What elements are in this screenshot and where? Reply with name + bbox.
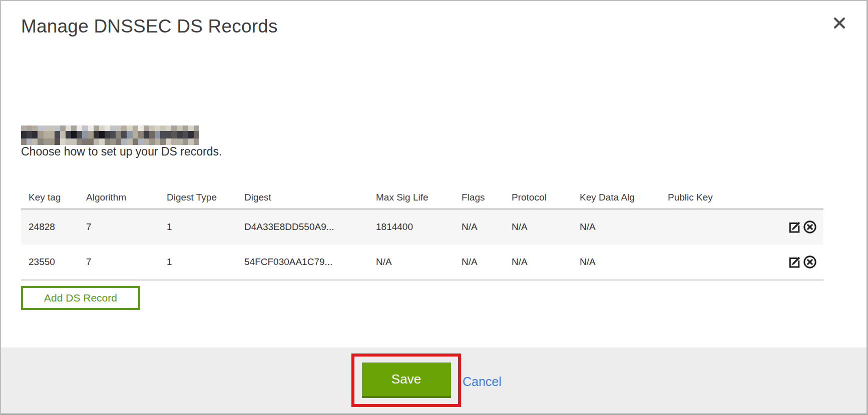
save-button[interactable]: Save — [362, 362, 451, 398]
delete-ds-record-button[interactable] — [802, 220, 817, 234]
domain-name-redacted — [21, 126, 199, 145]
table-row: 23550 7 1 54FCF030AA1C79... N/A N/A N/A … — [21, 244, 823, 280]
edit-icon — [787, 255, 801, 269]
cell-algorithm: 7 — [86, 256, 167, 268]
close-button[interactable] — [831, 15, 848, 32]
edit-ds-record-button[interactable] — [787, 220, 802, 234]
col-header-public-key: Public Key — [668, 192, 743, 203]
cell-protocol: N/A — [512, 256, 580, 268]
cell-protocol: N/A — [512, 222, 580, 232]
cell-digest-type: 1 — [167, 256, 244, 268]
cell-actions — [743, 254, 823, 270]
edit-ds-record-button[interactable] — [787, 254, 802, 270]
table-row: 24828 7 1 D4A33E8DD550A9... 1814400 N/A … — [21, 210, 823, 244]
cell-digest: D4A33E8DD550A9... — [244, 222, 376, 232]
cell-max-sig-life: N/A — [376, 256, 462, 268]
cell-key-tag: 23550 — [21, 256, 86, 268]
col-header-protocol: Protocol — [512, 192, 580, 203]
delete-icon — [803, 255, 817, 269]
cell-key-data-alg: N/A — [580, 222, 668, 232]
cell-digest-type: 1 — [167, 222, 244, 232]
cell-key-data-alg: N/A — [580, 256, 668, 268]
intro-text: Choose how to set up your DS records. — [21, 145, 222, 158]
table-header-row: Key tag Algorithm Digest Type Digest Max… — [21, 186, 823, 210]
col-header-key-data-alg: Key Data Alg — [580, 192, 668, 203]
col-header-digest-type: Digest Type — [167, 192, 244, 203]
dialog-title: Manage DNSSEC DS Records — [21, 16, 278, 37]
delete-icon — [803, 220, 817, 234]
cell-digest: 54FCF030AA1C79... — [244, 256, 376, 268]
save-highlight-annotation: Save — [351, 354, 461, 407]
cancel-link[interactable]: Cancel — [463, 374, 502, 389]
col-header-max-sig-life: Max Sig Life — [376, 192, 462, 203]
close-icon — [832, 16, 846, 30]
add-ds-record-button[interactable]: Add DS Record — [21, 286, 140, 310]
ds-records-table: Key tag Algorithm Digest Type Digest Max… — [21, 186, 823, 280]
manage-dnssec-dialog: Manage DNSSEC DS Records Choose how to s… — [0, 0, 868, 415]
col-header-digest: Digest — [244, 192, 376, 203]
cell-flags: N/A — [462, 222, 512, 232]
cell-actions — [743, 220, 823, 234]
col-header-flags: Flags — [462, 192, 512, 203]
cell-key-tag: 24828 — [21, 222, 86, 232]
cell-algorithm: 7 — [86, 222, 167, 232]
col-header-key-tag: Key tag — [21, 192, 86, 203]
cell-flags: N/A — [462, 256, 512, 268]
edit-icon — [787, 220, 801, 234]
cell-max-sig-life: 1814400 — [376, 222, 462, 232]
delete-ds-record-button[interactable] — [802, 254, 817, 270]
col-header-algorithm: Algorithm — [86, 192, 167, 203]
